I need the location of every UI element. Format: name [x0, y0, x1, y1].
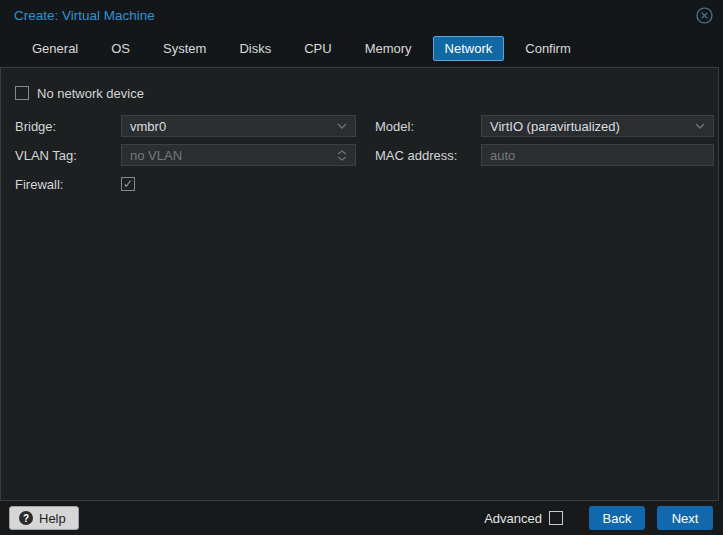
spinner-up-down-icon[interactable] [335, 150, 349, 161]
advanced-label: Advanced [484, 511, 542, 526]
mac-address-label: MAC address: [375, 148, 481, 163]
dialog-titlebar: Create: Virtual Machine [0, 0, 723, 30]
firewall-checkbox[interactable] [121, 177, 135, 191]
vlan-tag-spinner[interactable]: no VLAN [121, 144, 356, 166]
help-button[interactable]: ? Help [9, 506, 79, 530]
model-combobox[interactable]: VirtIO (paravirtualized) [481, 115, 714, 137]
tab-disks[interactable]: Disks [227, 36, 283, 61]
chevron-down-icon[interactable] [335, 123, 349, 129]
mac-address-input[interactable]: auto [481, 144, 714, 166]
no-network-device-label: No network device [37, 86, 144, 101]
help-button-label: Help [39, 511, 66, 526]
wizard-tabs: General OS System Disks CPU Memory Netwo… [0, 30, 723, 67]
tab-confirm[interactable]: Confirm [513, 36, 583, 61]
model-label: Model: [375, 119, 481, 134]
dialog-footer: ? Help Advanced Back Next [0, 501, 723, 535]
chevron-down-icon[interactable] [693, 123, 707, 129]
tab-os[interactable]: OS [99, 36, 142, 61]
firewall-label: Firewall: [15, 177, 121, 192]
bridge-combobox[interactable]: vmbr0 [121, 115, 356, 137]
next-button[interactable]: Next [657, 506, 713, 530]
bridge-value: vmbr0 [130, 119, 335, 134]
vlan-tag-placeholder: no VLAN [130, 148, 335, 163]
network-fields-grid: Bridge: vmbr0 Model: VirtIO (paravirtual… [15, 115, 718, 195]
help-icon: ? [19, 511, 33, 525]
network-form-panel: No network device Bridge: vmbr0 Model: V… [0, 67, 719, 501]
vlan-tag-label: VLAN Tag: [15, 148, 121, 163]
back-button[interactable]: Back [589, 506, 645, 530]
tab-cpu[interactable]: CPU [292, 36, 343, 61]
no-network-device-checkbox[interactable] [15, 86, 29, 100]
model-value: VirtIO (paravirtualized) [490, 119, 693, 134]
tab-network[interactable]: Network [433, 36, 505, 61]
advanced-checkbox[interactable] [549, 511, 563, 525]
tab-general[interactable]: General [20, 36, 90, 61]
close-icon[interactable] [695, 6, 713, 24]
bridge-label: Bridge: [15, 119, 121, 134]
tab-memory[interactable]: Memory [353, 36, 424, 61]
tab-system[interactable]: System [151, 36, 218, 61]
dialog-title: Create: Virtual Machine [14, 8, 695, 23]
mac-address-placeholder: auto [490, 148, 707, 163]
